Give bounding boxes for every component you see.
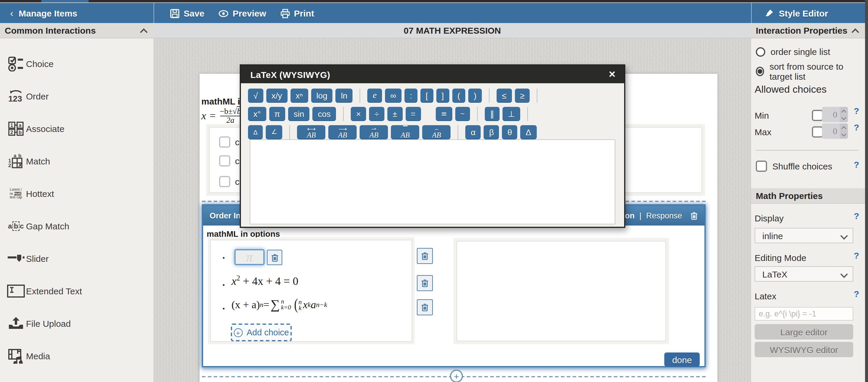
done-button[interactable]: done bbox=[664, 352, 700, 367]
stepper-up-icon[interactable] bbox=[841, 126, 846, 131]
delete-row-button[interactable] bbox=[417, 299, 433, 315]
log-button[interactable]: log bbox=[311, 89, 333, 103]
stepper-arrows[interactable] bbox=[840, 107, 848, 122]
bracket-left-button[interactable]: [ bbox=[421, 89, 433, 103]
congruent-button[interactable]: ≅ bbox=[435, 107, 452, 121]
divide-button[interactable]: ÷ bbox=[369, 107, 384, 121]
sidebar-item-gap-match[interactable]: abc Gap Match bbox=[0, 217, 154, 235]
max-stepper[interactable]: 0 bbox=[822, 123, 848, 139]
display-help-icon[interactable]: ? bbox=[854, 211, 859, 221]
times-button[interactable]: × bbox=[351, 107, 366, 121]
wysiwyg-editor-button[interactable]: WYSIWYG editor bbox=[755, 342, 853, 357]
sidebar-item-order[interactable]: 123 Order bbox=[0, 87, 154, 105]
shuffle-choices-row[interactable]: Shuffle choices bbox=[756, 161, 832, 172]
sqrt-button[interactable]: √ bbox=[248, 89, 263, 103]
delete-row-button[interactable] bbox=[417, 275, 433, 291]
delete-row-button[interactable] bbox=[417, 248, 433, 264]
angle-button[interactable]: ∠ bbox=[266, 125, 283, 139]
max-checkbox[interactable] bbox=[812, 126, 823, 137]
paren-right-button[interactable]: ) bbox=[469, 89, 482, 103]
sidebar-item-match[interactable]: ab12✗ Match bbox=[0, 152, 154, 170]
delta-button[interactable]: Δ bbox=[520, 125, 536, 139]
delete-choice-button[interactable] bbox=[267, 250, 282, 265]
math-choice-quadratic[interactable]: x2 + 4x + 4 = 0 bbox=[231, 274, 299, 288]
interaction-properties-header[interactable]: Interaction Properties bbox=[751, 23, 865, 38]
choice-checkbox[interactable] bbox=[219, 155, 230, 166]
choice-checkbox[interactable] bbox=[219, 136, 230, 147]
parallel-button[interactable]: ∥ bbox=[485, 107, 500, 121]
tab-response[interactable]: Response bbox=[646, 211, 682, 220]
choice-checkbox[interactable] bbox=[219, 176, 230, 187]
preview-button[interactable]: Preview bbox=[218, 8, 266, 18]
ln-button[interactable]: ln bbox=[336, 89, 353, 103]
plus-minus-button[interactable]: ± bbox=[388, 107, 402, 121]
radio-order-single-list[interactable]: order single list bbox=[756, 46, 830, 57]
target-drop-area[interactable] bbox=[457, 241, 666, 341]
min-checkbox[interactable] bbox=[812, 110, 823, 121]
equals-button[interactable]: = bbox=[405, 107, 421, 121]
max-help-icon[interactable]: ? bbox=[854, 122, 859, 132]
stepper-down-icon[interactable] bbox=[841, 131, 846, 136]
add-choice-button[interactable]: + Add choice bbox=[231, 323, 292, 341]
sidebar-item-associate[interactable]: 1a2b Associate bbox=[0, 120, 154, 137]
style-editor-button[interactable]: Style Editor bbox=[751, 3, 865, 24]
sin-button[interactable]: sin bbox=[288, 107, 310, 121]
paren-left-button[interactable]: ( bbox=[452, 89, 465, 103]
shuffle-help-icon[interactable]: ? bbox=[854, 159, 859, 169]
pi-button[interactable]: π bbox=[269, 107, 285, 121]
beta-button[interactable]: β bbox=[484, 125, 499, 139]
min-stepper[interactable]: 0 bbox=[822, 107, 848, 122]
bracket-right-button[interactable]: ] bbox=[436, 89, 449, 103]
latex-source-textarea[interactable] bbox=[250, 139, 615, 224]
sidebar-header[interactable]: Common Interactions bbox=[0, 23, 154, 38]
delete-interaction-icon[interactable] bbox=[690, 211, 698, 220]
arc-ab-button[interactable]: ⌢AB bbox=[422, 125, 451, 139]
perpendicular-button[interactable]: ⊥ bbox=[502, 107, 520, 121]
euler-button[interactable]: e bbox=[368, 89, 382, 103]
geq-button[interactable]: ≥ bbox=[515, 89, 530, 103]
sidebar-item-extended-text[interactable]: Extended Text bbox=[0, 282, 154, 300]
math-choice-input[interactable]: π bbox=[235, 249, 265, 265]
sidebar-item-file-upload[interactable]: File Upload bbox=[0, 315, 154, 332]
page-scrollbar[interactable] bbox=[865, 0, 868, 382]
similar-button[interactable]: ~ bbox=[455, 107, 470, 121]
latex-input[interactable] bbox=[755, 307, 853, 321]
vector-ab-button[interactable]: ⟶AB bbox=[328, 125, 356, 139]
infinity-button[interactable]: ∞ bbox=[385, 89, 402, 103]
save-button[interactable]: Save bbox=[170, 8, 204, 18]
alpha-button[interactable]: α bbox=[465, 125, 480, 139]
order-interaction-block[interactable]: Order Inte stion | Response mathML in op… bbox=[202, 204, 706, 367]
shuffle-checkbox[interactable] bbox=[756, 161, 767, 172]
ray-ab-button[interactable]: ⇀AB bbox=[360, 125, 388, 139]
leq-button[interactable]: ≤ bbox=[497, 89, 512, 103]
math-choice-binomial[interactable]: (x + a)n = ∑ nk=0 ( nk xkan−k bbox=[231, 297, 327, 312]
manage-items-button[interactable]: ‹ Manage Items bbox=[0, 3, 78, 24]
sidebar-item-hottext[interactable]: Lorem ire.Hotttext cap Hottext bbox=[0, 185, 154, 202]
theta-button[interactable]: θ bbox=[502, 125, 518, 139]
sidebar-item-choice[interactable]: Choice bbox=[0, 55, 154, 73]
line-ab-button[interactable]: ⟷AB bbox=[297, 125, 326, 139]
stepper-down-icon[interactable] bbox=[841, 115, 846, 120]
segment-ab-button[interactable]: ▔AB bbox=[391, 125, 419, 139]
fraction-button[interactable]: x/y bbox=[266, 89, 287, 103]
degree-button[interactable]: x° bbox=[248, 107, 266, 121]
radio-sort-source-target[interactable]: sort from source to target list bbox=[756, 61, 865, 82]
stepper-arrows[interactable] bbox=[840, 123, 848, 139]
display-dropdown[interactable]: inline bbox=[755, 228, 853, 243]
close-icon[interactable]: ✕ bbox=[609, 69, 616, 80]
editing-mode-dropdown[interactable]: LaTeX bbox=[755, 266, 853, 282]
print-button[interactable]: Print bbox=[280, 8, 314, 18]
min-help-icon[interactable]: ? bbox=[854, 106, 859, 116]
triangle-button[interactable]: Δ bbox=[248, 125, 263, 139]
cos-button[interactable]: cos bbox=[312, 107, 336, 121]
power-button[interactable]: xⁿ bbox=[290, 89, 308, 103]
colon-button[interactable]: : bbox=[404, 89, 417, 103]
sidebar-item-slider[interactable]: Slider bbox=[0, 250, 154, 267]
sidebar-item-media[interactable]: Media bbox=[0, 347, 154, 365]
stepper-up-icon[interactable] bbox=[841, 109, 846, 115]
latex-help-icon[interactable]: ? bbox=[854, 289, 859, 299]
editing-mode-help-icon[interactable]: ? bbox=[854, 250, 859, 260]
large-editor-button[interactable]: Large editor bbox=[755, 324, 853, 340]
modal-header[interactable]: LaTeX (WYSIWYG) ✕ bbox=[241, 66, 624, 83]
add-element-button[interactable]: + bbox=[450, 370, 463, 382]
